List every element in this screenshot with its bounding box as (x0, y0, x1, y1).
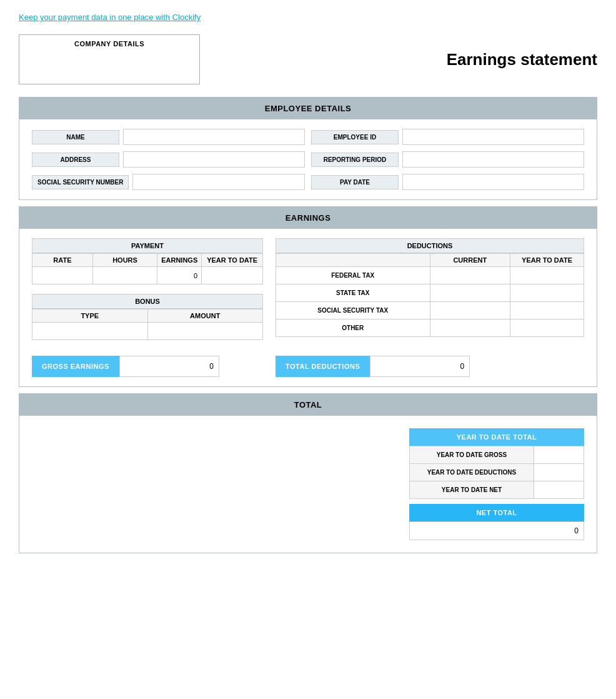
pay-date-field-row: PAY DATE (311, 174, 584, 190)
address-label: ADDRESS (32, 153, 119, 167)
total-section-header: TOTAL (19, 394, 597, 416)
ytd-deductions-value[interactable] (534, 464, 584, 481)
bonus-row (32, 323, 263, 340)
employee-id-field-row: EMPLOYEE ID (311, 129, 584, 145)
federal-tax-current[interactable] (430, 267, 510, 284)
state-tax-current[interactable] (430, 284, 510, 302)
bonus-type-cell[interactable] (32, 323, 148, 340)
ytd-gross-row: YEAR TO DATE GROSS (410, 446, 584, 464)
deduction-row-state: STATE TAX (276, 284, 584, 302)
employee-id-label: EMPLOYEE ID (311, 130, 399, 144)
payment-label: PAYMENT (32, 238, 263, 253)
deduction-row-other: OTHER (276, 319, 584, 337)
ytd-net-row: YEAR TO DATE NET (410, 481, 584, 499)
ytd-total-header: YEAR TO DATE TOTAL (409, 428, 584, 446)
employee-details-header: EMPLOYEE DETAILS (19, 98, 597, 119)
net-total-value: 0 (409, 521, 584, 540)
state-tax-ytd[interactable] (510, 284, 584, 302)
gross-earnings-block: GROSS EARNINGS 0 (32, 356, 263, 377)
bonus-label: BONUS (32, 294, 263, 309)
total-deductions-block: TOTAL DEDUCTIONS 0 (276, 356, 584, 377)
deductions-col-current: CURRENT (430, 254, 510, 267)
employee-id-input[interactable] (402, 129, 584, 145)
other-current[interactable] (430, 319, 510, 337)
ss-tax-ytd[interactable] (510, 302, 584, 319)
left-panel: PAYMENT RATE HOURS EARNINGS YEAR TO DATE (32, 238, 263, 340)
federal-tax-ytd[interactable] (510, 267, 584, 284)
earnings-body: PAYMENT RATE HOURS EARNINGS YEAR TO DATE (19, 229, 597, 350)
other-label: OTHER (276, 319, 430, 337)
right-panel: DEDUCTIONS CURRENT YEAR TO DATE FEDERAL … (276, 238, 584, 340)
deductions-table: CURRENT YEAR TO DATE FEDERAL TAX STATE T… (276, 253, 584, 337)
payment-ytd-cell[interactable] (202, 267, 263, 284)
net-total-header: NET TOTAL (409, 504, 584, 521)
top-link-container: Keep your payment data in one place with… (0, 0, 616, 28)
reporting-period-field-row: REPORTING PERIOD (311, 151, 584, 168)
name-field-row: NAME (32, 129, 305, 145)
bonus-col-amount: AMOUNT (147, 309, 263, 323)
employee-details-card: EMPLOYEE DETAILS NAME EMPLOYEE ID ADDRES… (19, 97, 597, 200)
page-container: COMPANY DETAILS Earnings statement EMPLO… (0, 28, 616, 578)
bonus-section: BONUS TYPE AMOUNT (32, 294, 263, 340)
payment-earnings-cell: 0 (157, 267, 202, 284)
total-section-body: YEAR TO DATE TOTAL YEAR TO DATE GROSS YE… (19, 416, 597, 553)
deductions-col-name (276, 254, 430, 267)
company-details-box: COMPANY DETAILS (19, 34, 200, 84)
payment-col-hours: HOURS (92, 254, 157, 267)
ytd-table: YEAR TO DATE GROSS YEAR TO DATE DEDUCTIO… (409, 446, 584, 499)
bonus-amount-cell[interactable] (147, 323, 263, 340)
ytd-table-wrapper: YEAR TO DATE TOTAL YEAR TO DATE GROSS YE… (409, 428, 584, 540)
address-field-row: ADDRESS (32, 151, 305, 168)
state-tax-label: STATE TAX (276, 284, 430, 302)
pay-date-input[interactable] (402, 174, 584, 190)
ytd-gross-label: YEAR TO DATE GROSS (410, 446, 534, 464)
other-ytd[interactable] (510, 319, 584, 337)
payment-table: RATE HOURS EARNINGS YEAR TO DATE 0 (32, 253, 263, 284)
payment-col-rate: RATE (32, 254, 93, 267)
total-card: TOTAL YEAR TO DATE TOTAL YEAR TO DATE GR… (19, 393, 597, 553)
ytd-deductions-row: YEAR TO DATE DEDUCTIONS (410, 464, 584, 481)
ss-tax-current[interactable] (430, 302, 510, 319)
name-label: NAME (32, 130, 119, 144)
gross-earnings-value: 0 (119, 356, 219, 377)
header-section: COMPANY DETAILS Earnings statement (19, 34, 597, 84)
gross-earnings-total: GROSS EARNINGS 0 (32, 356, 263, 377)
ytd-net-value[interactable] (534, 481, 584, 499)
bonus-col-type: TYPE (32, 309, 148, 323)
reporting-period-input[interactable] (402, 151, 584, 168)
address-input[interactable] (123, 151, 305, 168)
ssn-input[interactable] (132, 174, 305, 190)
payment-row: 0 (32, 267, 263, 284)
employee-details-grid: NAME EMPLOYEE ID ADDRESS REPORTING PERIO… (19, 119, 597, 199)
pay-date-label: PAY DATE (311, 175, 399, 189)
ytd-deductions-label: YEAR TO DATE DEDUCTIONS (410, 464, 534, 481)
payment-col-ytd: YEAR TO DATE (202, 254, 263, 267)
ssn-label: SOCIAL SECURITY NUMBER (32, 175, 129, 189)
gross-earnings-label: GROSS EARNINGS (32, 356, 119, 377)
company-details-label: COMPANY DETAILS (74, 40, 144, 48)
bonus-table: TYPE AMOUNT (32, 309, 263, 340)
totals-row: GROSS EARNINGS 0 TOTAL DEDUCTIONS 0 (19, 350, 597, 386)
payment-col-earnings: EARNINGS (157, 254, 202, 267)
deductions-label: DEDUCTIONS (276, 238, 584, 253)
total-deductions-label: TOTAL DEDUCTIONS (276, 356, 370, 377)
earnings-card: EARNINGS PAYMENT RATE HOURS EARNINGS YEA… (19, 206, 597, 387)
total-deductions-total: TOTAL DEDUCTIONS 0 (276, 356, 584, 377)
earnings-header: EARNINGS (19, 207, 597, 229)
total-deductions-value: 0 (370, 356, 470, 377)
clockify-link[interactable]: Keep your payment data in one place with… (19, 13, 201, 22)
name-input[interactable] (123, 129, 305, 145)
deduction-row-federal: FEDERAL TAX (276, 267, 584, 284)
ytd-net-label: YEAR TO DATE NET (410, 481, 534, 499)
deductions-col-ytd: YEAR TO DATE (510, 254, 584, 267)
deduction-row-ss: SOCIAL SECURITY TAX (276, 302, 584, 319)
page-title: Earnings statement (447, 50, 597, 69)
ytd-gross-value[interactable] (534, 446, 584, 464)
payment-hours-cell[interactable] (92, 267, 157, 284)
federal-tax-label: FEDERAL TAX (276, 267, 430, 284)
ss-tax-label: SOCIAL SECURITY TAX (276, 302, 430, 319)
ssn-field-row: SOCIAL SECURITY NUMBER (32, 174, 305, 190)
reporting-period-label: REPORTING PERIOD (311, 153, 399, 167)
payment-rate-cell[interactable] (32, 267, 93, 284)
